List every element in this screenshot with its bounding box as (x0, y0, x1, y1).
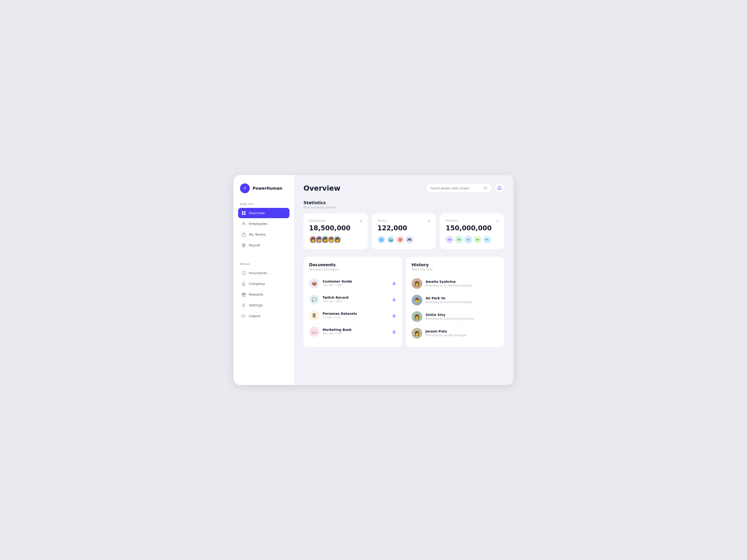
hist-role: Promoted to Quality Manager (426, 334, 467, 337)
sidebar-item-myteams[interactable]: My Teams (238, 229, 289, 240)
stat-teams-value: 122,000 (378, 224, 431, 232)
hist-name: Jerami Putu (426, 329, 467, 333)
hist-name: Amalia Syahrina (426, 280, 473, 284)
search-box[interactable] (426, 184, 492, 192)
hist-role: Promoted to Front-End Developer (426, 300, 472, 304)
download-icon[interactable] (392, 329, 396, 334)
stats-grid: Employees 18,500,000 + 👩 👨 👩 (304, 213, 504, 249)
sidebar-settings-label: Settings (249, 303, 263, 307)
hist-role: Promoted to Accounting Executive (426, 317, 474, 320)
doc-meta: 700 GB • MP4 (323, 300, 389, 303)
sidebar-item-settings[interactable]: Settings (238, 300, 289, 310)
hist-info: Jerami Putu Promoted to Quality Manager (426, 329, 467, 337)
search-input[interactable] (431, 186, 482, 190)
sidebar-others-section: Others Insurances Company (238, 263, 289, 322)
download-icon[interactable] (392, 313, 396, 318)
doc-info: Marketing Book 891 MB • PDF (323, 328, 389, 335)
bottom-grid: Documents Standard procedure 📦 Customer … (304, 257, 504, 347)
documents-header: Documents Standard procedure (309, 262, 396, 271)
sidebar-item-company[interactable]: Company (238, 278, 289, 289)
team-icon-2: 🌍 (387, 236, 395, 244)
sidebar-item-overview[interactable]: Overview (238, 208, 289, 218)
sidebar-item-employees[interactable]: Employees (238, 219, 289, 229)
svg-rect-5 (242, 234, 246, 236)
app-name: PowerHuman (253, 186, 282, 191)
sidebar-employees-label: Employees (249, 222, 267, 225)
stat-teams-add[interactable]: + (427, 218, 431, 224)
badge-af: AF (474, 236, 482, 244)
doc-item[interactable]: 📦 Customer Guide 180 MB • PDF (309, 275, 396, 291)
team-icon-4: 🎮 (406, 236, 413, 244)
doc-name: Marketing Book (323, 328, 389, 331)
logout-icon (241, 314, 246, 318)
history-header: History Track the flow (412, 262, 499, 271)
daily-use-label: Daily Use (238, 203, 289, 206)
doc-info: Customer Guide 180 MB • PDF (323, 279, 389, 287)
hist-item[interactable]: 👩 Sintia Siny Promoted to Accounting Exe… (412, 309, 499, 325)
hist-info: Sintia Siny Promoted to Accounting Execu… (426, 313, 474, 320)
project-badges: SK DV FJ AF ML (446, 236, 499, 244)
history-heading: History (412, 262, 499, 267)
doc-icon-twitch: 💬 (309, 294, 319, 304)
doc-item[interactable]: 📖 Marketing Book 891 MB • PDF (309, 324, 396, 340)
team-icon-3: 🎯 (396, 236, 404, 244)
doc-name: Personas Datasets (323, 312, 389, 316)
person-icon (241, 221, 246, 226)
stats-heading: Statistics (304, 200, 504, 205)
doc-name: Twitch Record (323, 296, 389, 299)
hist-avatar: 👩 (412, 328, 422, 339)
sidebar-item-insurances[interactable]: Insurances (238, 268, 289, 278)
stat-card-employees: Employees 18,500,000 + 👩 👨 👩 (304, 213, 368, 249)
sidebar: ⚡ PowerHuman Daily Use Overview (233, 175, 294, 385)
shield-icon (241, 271, 246, 275)
hist-info: Ah Park Yo Promoted to Front-End Develop… (426, 296, 472, 304)
svg-rect-2 (242, 213, 243, 215)
sidebar-logout-label: Logout (249, 314, 260, 318)
history-subheading: Track the flow (412, 268, 499, 271)
team-icon-1: 🌐 (378, 236, 385, 244)
stat-employees-value: 18,500,000 (309, 224, 362, 232)
doc-meta: 180 MB • PDF (323, 284, 389, 287)
hist-item[interactable]: 👩 Amalia Syahrina Promoted to Sr. Websit… (412, 275, 499, 292)
hist-info: Amalia Syahrina Promoted to Sr. Website … (426, 280, 473, 287)
search-icon[interactable] (484, 186, 487, 190)
doc-meta: 891 MB • PDF (323, 332, 389, 335)
page-title: Overview (304, 184, 340, 192)
badge-ml: ML (483, 236, 491, 244)
statistics-section: Statistics Your business growth Employee… (304, 200, 504, 249)
gear-icon (241, 303, 246, 308)
sidebar-item-payroll[interactable]: Payroll (238, 240, 289, 250)
briefcase-icon (241, 232, 246, 237)
stats-subheading: Your business growth (304, 206, 504, 209)
sidebar-myteams-label: My Teams (249, 233, 266, 236)
stat-employees-add[interactable]: + (359, 218, 363, 224)
documents-subheading: Standard procedure (309, 268, 396, 271)
stat-card-teams: Teams 122,000 + 🌐 🌍 🎯 🎮 (372, 213, 436, 249)
doc-icon-marketing: 📖 (309, 326, 319, 337)
sidebar-overview-label: Overview (249, 211, 265, 215)
download-icon[interactable] (392, 297, 396, 301)
hist-item[interactable]: 👨 Ah Park Yo Promoted to Front-End Devel… (412, 292, 499, 309)
hist-avatar: 👩 (412, 278, 422, 289)
sidebar-insurances-label: Insurances (249, 271, 267, 275)
hist-item[interactable]: 👩 Jerami Putu Promoted to Quality Manage… (412, 325, 499, 341)
doc-name: Customer Guide (323, 279, 389, 283)
dollar-icon (241, 243, 246, 247)
doc-item[interactable]: 🗄 Personas Datasets 11 MB • CSV (309, 308, 396, 324)
svg-rect-3 (244, 213, 246, 215)
sidebar-item-rewards[interactable]: Rewards (238, 289, 289, 300)
stat-projects-add[interactable]: + (495, 218, 499, 224)
svg-rect-0 (242, 211, 243, 213)
sidebar-company-label: Company (249, 282, 265, 286)
download-icon[interactable] (392, 281, 396, 285)
employee-avatars: 👩 👨 👩 👨 👩 (309, 236, 362, 244)
stat-projects-label: Projects (446, 219, 499, 222)
sidebar-payroll-label: Payroll (249, 243, 260, 247)
documents-heading: Documents (309, 262, 396, 267)
doc-info: Twitch Record 700 GB • MP4 (323, 296, 389, 303)
sidebar-item-logout[interactable]: Logout (238, 311, 289, 321)
doc-item[interactable]: 💬 Twitch Record 700 GB • MP4 (309, 291, 396, 308)
logo-icon: ⚡ (240, 183, 250, 193)
hist-role: Promoted to Sr. Website Designer (426, 284, 473, 287)
notification-bell[interactable] (495, 183, 504, 193)
